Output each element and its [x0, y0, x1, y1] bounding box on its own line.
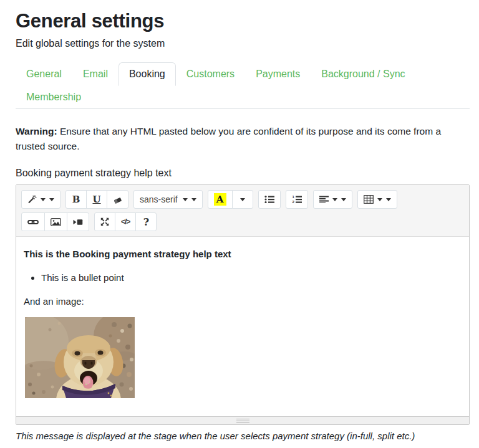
field-help-text: This message is displayed at the stage w… — [16, 431, 470, 441]
font-family-dropdown[interactable]: sans-serif — [133, 190, 203, 209]
bold-label: B — [72, 194, 80, 205]
color-group: A — [208, 190, 253, 209]
content-paragraph: And an image: — [24, 295, 462, 308]
table-button[interactable] — [357, 190, 397, 209]
warning-message: Warning: Ensure that any HTML pasted bel… — [16, 124, 470, 154]
warning-label: Warning: — [16, 126, 57, 136]
chevron-down-icon — [386, 198, 391, 204]
underline-label: U — [92, 194, 100, 205]
video-icon — [73, 219, 83, 226]
ol-group: 1 2 — [286, 190, 308, 209]
paragraph-align-button[interactable] — [313, 190, 352, 209]
fullscreen-icon — [100, 217, 109, 226]
svg-text:2: 2 — [292, 200, 294, 204]
ul-group — [258, 190, 281, 209]
color-dropdown-button[interactable] — [232, 190, 253, 209]
font-color-swatch: A — [214, 193, 226, 206]
bullet-list-icon — [264, 195, 274, 204]
underline-button[interactable]: U — [86, 190, 107, 209]
chevron-down-icon — [377, 198, 382, 204]
content-bullet-list: This is a bullet point — [24, 271, 462, 285]
editor-resize-statusbar[interactable] — [16, 416, 469, 424]
dog-photo[interactable] — [25, 317, 135, 398]
content-bullet-item: This is a bullet point — [41, 271, 462, 285]
fullscreen-button[interactable] — [94, 212, 115, 231]
insert-group — [21, 212, 89, 231]
page: General settings Edit global settings fo… — [0, 0, 479, 441]
tab-booking[interactable]: Booking — [119, 62, 176, 86]
chevron-down-icon — [41, 198, 46, 204]
link-icon — [27, 219, 39, 226]
warning-body: Ensure that any HTML pasted below you ar… — [16, 126, 441, 151]
svg-text:1: 1 — [292, 195, 294, 199]
font-family-value: sans-serif — [140, 194, 178, 204]
help-button[interactable]: ? — [135, 212, 157, 231]
style-group — [21, 190, 60, 209]
tab-email[interactable]: Email — [72, 62, 119, 86]
page-subtitle: Edit global settings for the system — [16, 38, 470, 49]
eraser-icon — [113, 196, 122, 204]
tab-membership[interactable]: Membership — [16, 85, 92, 109]
bold-button[interactable]: B — [65, 190, 87, 209]
magic-style-button[interactable] — [21, 190, 60, 209]
recent-color-button[interactable]: A — [208, 190, 233, 209]
magic-wand-icon — [27, 195, 37, 204]
paragraph-group — [313, 190, 352, 209]
font-style-group: B U — [65, 190, 128, 209]
picture-button[interactable] — [44, 212, 67, 231]
view-group: </> ? — [94, 212, 157, 231]
chevron-down-icon — [240, 198, 245, 204]
link-button[interactable] — [21, 212, 45, 231]
content-heading: This is the Booking payment strategy hel… — [24, 247, 462, 261]
editor-toolbar: B U sans-serif — [16, 185, 469, 237]
chevron-down-icon — [49, 198, 54, 204]
chevron-down-icon — [341, 198, 346, 204]
tab-payments[interactable]: Payments — [245, 62, 311, 86]
codeview-button[interactable]: </> — [115, 212, 136, 231]
resize-handle-icon — [236, 419, 249, 423]
page-title: General settings — [16, 10, 470, 32]
chevron-down-icon — [191, 198, 196, 204]
tab-background-sync[interactable]: Background / Sync — [311, 62, 415, 86]
help-label: ? — [143, 216, 149, 228]
rich-text-editor: B U sans-serif — [16, 184, 470, 425]
editor-content-area[interactable]: This is the Booking payment strategy hel… — [16, 237, 469, 416]
unordered-list-button[interactable] — [258, 190, 281, 209]
table-grid-icon — [364, 195, 374, 204]
clear-format-button[interactable] — [107, 190, 128, 209]
field-label: Booking payment strategy help text — [16, 168, 470, 179]
font-name-group: sans-serif — [133, 190, 203, 209]
tab-customers[interactable]: Customers — [176, 62, 245, 86]
numbered-list-icon: 1 2 — [292, 195, 302, 204]
video-button[interactable] — [67, 212, 89, 231]
chevron-down-icon — [183, 198, 188, 204]
ordered-list-button[interactable]: 1 2 — [286, 190, 308, 209]
chevron-down-icon — [332, 198, 337, 204]
picture-icon — [51, 218, 61, 226]
tab-general[interactable]: General — [16, 62, 72, 86]
codeview-label: </> — [121, 217, 130, 226]
table-group — [357, 190, 397, 209]
align-lines-icon — [319, 196, 329, 203]
settings-tabs: General Email Booking Customers Payments… — [16, 62, 470, 109]
